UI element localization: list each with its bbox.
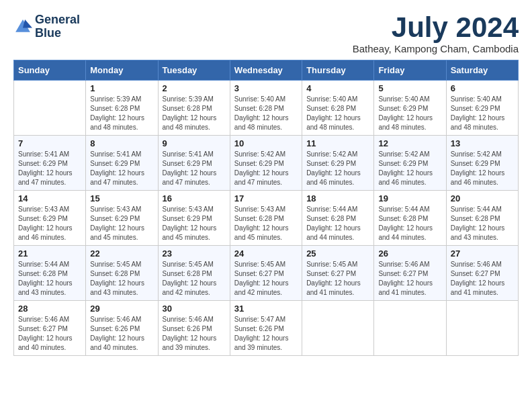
calendar-week-row: 1Sunrise: 5:39 AMSunset: 6:28 PMDaylight… (14, 81, 519, 136)
logo-icon (13, 17, 32, 36)
logo-text: General Blue (35, 13, 80, 40)
day-info: Sunrise: 5:39 AMSunset: 6:28 PMDaylight:… (90, 95, 153, 132)
day-info: Sunrise: 5:41 AMSunset: 6:29 PMDaylight:… (163, 150, 226, 187)
day-info: Sunrise: 5:45 AMSunset: 6:27 PMDaylight:… (234, 260, 298, 298)
calendar-cell (302, 301, 374, 356)
calendar-cell: 14Sunrise: 5:43 AMSunset: 6:29 PMDayligh… (14, 191, 86, 246)
calendar-cell (374, 301, 446, 356)
month-title: July 2024 (353, 13, 519, 42)
day-number: 15 (90, 193, 153, 203)
calendar-cell: 18Sunrise: 5:44 AMSunset: 6:28 PMDayligh… (302, 191, 374, 246)
location-subtitle: Batheay, Kampong Cham, Cambodia (353, 43, 519, 54)
day-number: 6 (451, 83, 514, 93)
day-number: 18 (306, 193, 369, 203)
day-header-wednesday: Wednesday (230, 60, 302, 81)
day-info: Sunrise: 5:43 AMSunset: 6:29 PMDaylight:… (18, 205, 81, 242)
day-number: 10 (234, 138, 298, 148)
day-number: 23 (163, 248, 226, 259)
day-info: Sunrise: 5:44 AMSunset: 6:28 PMDaylight:… (306, 205, 369, 242)
day-number: 5 (378, 83, 441, 93)
day-info: Sunrise: 5:42 AMSunset: 6:29 PMDaylight:… (234, 150, 298, 187)
day-info: Sunrise: 5:45 AMSunset: 6:28 PMDaylight:… (163, 260, 226, 298)
day-info: Sunrise: 5:43 AMSunset: 6:29 PMDaylight:… (163, 205, 226, 242)
day-info: Sunrise: 5:43 AMSunset: 6:29 PMDaylight:… (90, 205, 153, 242)
day-info: Sunrise: 5:46 AMSunset: 6:26 PMDaylight:… (163, 315, 226, 353)
day-number: 3 (234, 83, 298, 93)
calendar-cell: 4Sunrise: 5:40 AMSunset: 6:28 PMDaylight… (302, 81, 374, 136)
day-number: 1 (90, 83, 153, 93)
page-header: General Blue July 2024 Batheay, Kampong … (13, 13, 519, 54)
calendar-cell: 28Sunrise: 5:46 AMSunset: 6:27 PMDayligh… (14, 301, 86, 356)
day-header-monday: Monday (86, 60, 158, 81)
calendar-header-row: SundayMondayTuesdayWednesdayThursdayFrid… (14, 60, 519, 81)
day-info: Sunrise: 5:40 AMSunset: 6:28 PMDaylight:… (234, 95, 298, 132)
calendar-cell: 30Sunrise: 5:46 AMSunset: 6:26 PMDayligh… (158, 301, 230, 356)
calendar-cell: 17Sunrise: 5:43 AMSunset: 6:28 PMDayligh… (230, 191, 302, 246)
svg-marker-1 (23, 19, 32, 28)
calendar-cell (446, 301, 518, 356)
calendar-week-row: 28Sunrise: 5:46 AMSunset: 6:27 PMDayligh… (14, 301, 519, 356)
calendar-cell: 21Sunrise: 5:44 AMSunset: 6:28 PMDayligh… (14, 246, 86, 301)
calendar-cell: 12Sunrise: 5:42 AMSunset: 6:29 PMDayligh… (374, 136, 446, 191)
calendar-cell: 23Sunrise: 5:45 AMSunset: 6:28 PMDayligh… (158, 246, 230, 301)
day-header-saturday: Saturday (446, 60, 518, 81)
calendar-week-row: 21Sunrise: 5:44 AMSunset: 6:28 PMDayligh… (14, 246, 519, 301)
day-info: Sunrise: 5:44 AMSunset: 6:28 PMDaylight:… (451, 205, 514, 242)
day-info: Sunrise: 5:44 AMSunset: 6:28 PMDaylight:… (378, 205, 441, 242)
day-number: 19 (378, 193, 441, 203)
calendar-table: SundayMondayTuesdayWednesdayThursdayFrid… (13, 60, 519, 356)
day-number: 25 (306, 248, 369, 259)
calendar-cell: 26Sunrise: 5:46 AMSunset: 6:27 PMDayligh… (374, 246, 446, 301)
day-number: 26 (378, 248, 441, 259)
calendar-cell: 7Sunrise: 5:41 AMSunset: 6:29 PMDaylight… (14, 136, 86, 191)
calendar-cell: 29Sunrise: 5:46 AMSunset: 6:26 PMDayligh… (86, 301, 158, 356)
day-info: Sunrise: 5:41 AMSunset: 6:29 PMDaylight:… (90, 150, 153, 187)
day-info: Sunrise: 5:42 AMSunset: 6:29 PMDaylight:… (451, 150, 514, 187)
day-info: Sunrise: 5:40 AMSunset: 6:29 PMDaylight:… (378, 95, 441, 132)
day-number: 9 (163, 138, 226, 148)
day-info: Sunrise: 5:45 AMSunset: 6:27 PMDaylight:… (306, 260, 369, 298)
day-info: Sunrise: 5:42 AMSunset: 6:29 PMDaylight:… (378, 150, 441, 187)
calendar-cell: 27Sunrise: 5:46 AMSunset: 6:27 PMDayligh… (446, 246, 518, 301)
day-number: 24 (234, 248, 298, 259)
day-info: Sunrise: 5:42 AMSunset: 6:29 PMDaylight:… (306, 150, 369, 187)
day-number: 14 (18, 193, 81, 203)
day-info: Sunrise: 5:39 AMSunset: 6:28 PMDaylight:… (163, 95, 226, 132)
day-number: 16 (163, 193, 226, 203)
day-number: 28 (18, 304, 81, 314)
calendar-cell: 10Sunrise: 5:42 AMSunset: 6:29 PMDayligh… (230, 136, 302, 191)
calendar-cell: 2Sunrise: 5:39 AMSunset: 6:28 PMDaylight… (158, 81, 230, 136)
day-info: Sunrise: 5:41 AMSunset: 6:29 PMDaylight:… (18, 150, 81, 187)
day-header-friday: Friday (374, 60, 446, 81)
day-number: 7 (18, 138, 81, 148)
calendar-cell: 1Sunrise: 5:39 AMSunset: 6:28 PMDaylight… (86, 81, 158, 136)
calendar-cell: 24Sunrise: 5:45 AMSunset: 6:27 PMDayligh… (230, 246, 302, 301)
day-info: Sunrise: 5:40 AMSunset: 6:28 PMDaylight:… (306, 95, 369, 132)
day-info: Sunrise: 5:46 AMSunset: 6:27 PMDaylight:… (18, 315, 81, 353)
calendar-cell: 6Sunrise: 5:40 AMSunset: 6:29 PMDaylight… (446, 81, 518, 136)
day-number: 27 (451, 248, 514, 259)
day-info: Sunrise: 5:43 AMSunset: 6:28 PMDaylight:… (234, 205, 298, 242)
calendar-cell: 31Sunrise: 5:47 AMSunset: 6:26 PMDayligh… (230, 301, 302, 356)
day-number: 13 (451, 138, 514, 148)
day-number: 2 (163, 83, 226, 93)
calendar-cell: 16Sunrise: 5:43 AMSunset: 6:29 PMDayligh… (158, 191, 230, 246)
day-number: 29 (90, 304, 153, 314)
day-number: 21 (18, 248, 81, 259)
day-number: 8 (90, 138, 153, 148)
day-info: Sunrise: 5:46 AMSunset: 6:27 PMDaylight:… (451, 260, 514, 298)
day-number: 11 (306, 138, 369, 148)
calendar-cell: 25Sunrise: 5:45 AMSunset: 6:27 PMDayligh… (302, 246, 374, 301)
calendar-cell: 11Sunrise: 5:42 AMSunset: 6:29 PMDayligh… (302, 136, 374, 191)
calendar-week-row: 7Sunrise: 5:41 AMSunset: 6:29 PMDaylight… (14, 136, 519, 191)
day-header-thursday: Thursday (302, 60, 374, 81)
calendar-cell: 3Sunrise: 5:40 AMSunset: 6:28 PMDaylight… (230, 81, 302, 136)
calendar-cell: 22Sunrise: 5:45 AMSunset: 6:28 PMDayligh… (86, 246, 158, 301)
day-number: 17 (234, 193, 298, 203)
day-info: Sunrise: 5:45 AMSunset: 6:28 PMDaylight:… (90, 260, 153, 298)
day-number: 4 (306, 83, 369, 93)
day-header-tuesday: Tuesday (158, 60, 230, 81)
calendar-cell: 13Sunrise: 5:42 AMSunset: 6:29 PMDayligh… (446, 136, 518, 191)
calendar-cell: 19Sunrise: 5:44 AMSunset: 6:28 PMDayligh… (374, 191, 446, 246)
day-number: 12 (378, 138, 441, 148)
